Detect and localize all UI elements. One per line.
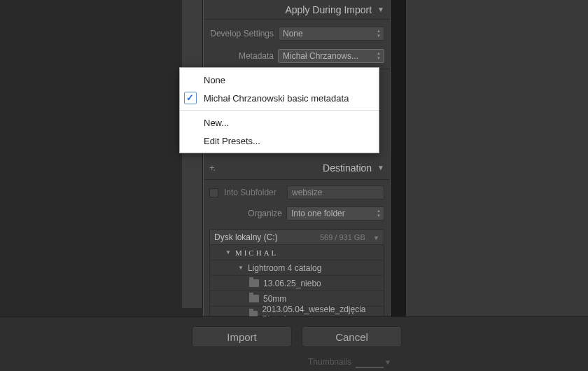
destination-header[interactable]: +. Destination ▼	[204, 156, 390, 180]
develop-settings-label: Develop Settings	[209, 29, 278, 38]
add-folder-icon[interactable]: +.	[209, 162, 214, 173]
root-folder-label: MICHAL	[235, 248, 278, 257]
tree-catalog[interactable]: ▼ Lightroom 4 catalog	[210, 260, 384, 276]
develop-settings-value: None	[283, 29, 303, 38]
volume-name: Dysk lokalny (C:)	[214, 232, 278, 242]
menu-separator	[180, 110, 379, 111]
metadata-label: Metadata	[209, 51, 278, 61]
chevron-down-icon: ▼	[373, 234, 379, 241]
volume-size: 569 / 931 GB	[320, 233, 365, 241]
into-subfolder-checkbox[interactable]	[209, 188, 218, 197]
organize-select[interactable]: Into one folder ▲▼	[286, 206, 384, 220]
option-label: New...	[204, 118, 229, 128]
apply-during-import-title: Apply During Import	[285, 4, 372, 15]
metadata-value: Michał Chrzanows...	[283, 51, 358, 61]
import-button[interactable]: Import	[192, 326, 292, 347]
organize-label: Organize	[209, 209, 286, 218]
volume-row[interactable]: Dysk lokalny (C:) 569 / 931 GB ▼	[210, 230, 384, 245]
spinner-icon: ▲▼	[375, 209, 382, 218]
chevron-down-icon[interactable]: ▼	[384, 358, 391, 366]
cancel-button[interactable]: Cancel	[302, 326, 402, 347]
folder-icon	[249, 295, 259, 302]
option-label: Edit Presets...	[204, 136, 260, 146]
folder-tree: Dysk lokalny (C:) 569 / 931 GB ▼ ▼ MICHA…	[209, 229, 384, 323]
folder-label: 50mm	[263, 294, 286, 304]
into-subfolder-label: Into Subfolder	[224, 188, 287, 197]
folder-label: 13.06.25_niebo	[263, 279, 321, 288]
apply-during-import-body: Develop Settings None ▲▼ Metadata Michał…	[204, 20, 390, 69]
spinner-icon: ▲▼	[375, 51, 382, 61]
import-label: Import	[227, 331, 257, 343]
option-label: Michał Chrzanowski basic metadata	[204, 93, 349, 104]
metadata-option-none[interactable]: None	[180, 71, 379, 89]
folder-icon	[249, 279, 259, 287]
develop-settings-select[interactable]: None ▲▼	[278, 27, 384, 41]
collapse-icon: ▼	[377, 6, 384, 13]
triangle-open-icon: ▼	[238, 265, 244, 271]
triangle-open-icon: ▼	[225, 249, 231, 255]
thumbnail-size-slider[interactable]	[356, 367, 384, 368]
tree-folder[interactable]: 13.06.25_niebo	[210, 276, 384, 291]
metadata-dropdown: None Michał Chrzanowski basic metadata N…	[179, 67, 379, 153]
tree-root[interactable]: ▼ MICHAL	[210, 245, 384, 260]
destination-title: Destination	[323, 162, 372, 174]
subfolder-value: websize	[292, 188, 322, 197]
destination-body: Into Subfolder websize Organize Into one…	[204, 180, 390, 328]
cancel-label: Cancel	[335, 331, 368, 343]
collapse-icon: ▼	[377, 164, 384, 172]
subfolder-input[interactable]: websize	[287, 186, 384, 200]
metadata-option-edit-presets[interactable]: Edit Presets...	[180, 132, 379, 150]
metadata-select[interactable]: Michał Chrzanows... ▲▼	[278, 49, 384, 63]
spinner-icon: ▲▼	[375, 29, 382, 38]
option-label: None	[204, 75, 225, 85]
metadata-option-new[interactable]: New...	[180, 113, 379, 132]
apply-during-import-header[interactable]: Apply During Import ▼	[204, 0, 390, 20]
metadata-option-basic[interactable]: Michał Chrzanowski basic metadata	[180, 89, 379, 107]
thumbnails-label: Thumbnails	[308, 357, 351, 367]
organize-value: Into one folder	[291, 209, 345, 218]
catalog-folder-label: Lightroom 4 catalog	[248, 263, 321, 273]
